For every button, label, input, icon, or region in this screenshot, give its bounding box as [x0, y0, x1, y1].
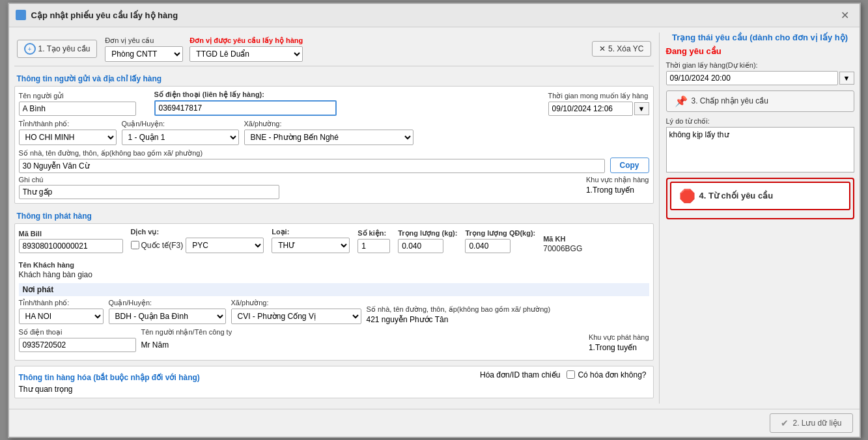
np-xa-select[interactable]: CVI - Phường Cống Vị [231, 309, 361, 324]
don-vi-lay-ho-select[interactable]: TTGD Lê Duẩn [189, 46, 303, 62]
sdt-input[interactable] [154, 100, 337, 116]
noi-phat-row2: Số điện thoại Tên người nhận/Tên công ty… [19, 328, 649, 352]
ma-kh-label: Mã KH [543, 235, 582, 243]
don-vi-yeu-cau-group: Đơn vị yêu cầu Phòng CNTT [105, 36, 183, 62]
ly-do-textarea[interactable]: không kịp lấy thư [666, 127, 854, 172]
quoc-te-label: Quốc tế(F3) [141, 241, 184, 250]
co-hoadon-group: Có hóa đơn không? [567, 370, 646, 379]
quan-label: Quận/Huyện: [122, 120, 239, 128]
np-quan-label: Quận/Huyện: [109, 299, 226, 307]
reject-label: 4. Từ chối yêu cầu [699, 191, 774, 200]
hoadon-row: Hóa đơn/ID tham chiếu Có hóa đơn không? [480, 370, 649, 379]
shipping-section: Thông tin phát hàng Mã Bill Dịch vụ: [14, 209, 654, 361]
main-window: Cập nhật phiếu yêu cầu lấy hộ hàng ✕ + 1… [8, 3, 861, 438]
rp-thoi-gian-input[interactable] [666, 71, 838, 85]
quan-field: Quận/Huyện: 1 - Quận 1 [122, 120, 239, 145]
chap-nhan-button[interactable]: 📌 3. Chấp nhận yêu cầu [666, 90, 854, 112]
sonha-input[interactable] [19, 159, 605, 173]
thoi-gian-field: Thời gian mong muốn lấy hàng ▼ [548, 92, 649, 116]
sonha-label: Số nhà, tên đường, thôn, ấp(không bao gồ… [19, 149, 605, 158]
tinh-label: Tỉnh/thành phố: [19, 120, 117, 128]
sdt-label: Số điện thoại (liên hệ lấy hàng): [154, 90, 543, 99]
save-label: 2. Lưu dữ liệu [792, 419, 841, 428]
left-panel: + 1. Tạo yêu cầu Đơn vị yêu cầu Phòng CN… [14, 33, 654, 404]
hang-hoa-box: Thông tin hàng hóa (bắt buộc nhập đối vớ… [14, 366, 654, 398]
ma-kh-field: Mã KH 70006BGG [543, 235, 582, 253]
khu-vuc-value: 1.Trong tuyến [586, 186, 649, 195]
toolbar-fields: Đơn vị yêu cầu Phòng CNTT Đơn vị được yê… [105, 36, 584, 62]
ma-bill-input[interactable] [19, 239, 123, 253]
ghichu-field: Ghi chú [19, 176, 580, 199]
chap-nhan-icon: 📌 [675, 95, 688, 107]
tinh-select[interactable]: HO CHI MINH [19, 130, 117, 145]
reject-wrapper: 🛑 4. Từ chối yêu cầu [666, 178, 854, 219]
sender-row1: Tên người gửi Số điện thoại (liên hệ lấy… [19, 90, 649, 116]
shipping-section-header: Thông tin phát hàng [14, 209, 654, 223]
ma-kh-value: 70006BGG [543, 244, 582, 253]
loai-select[interactable]: THƯ [272, 238, 350, 253]
co-hoadon-label: Có hóa đơn không? [578, 370, 646, 379]
ten-nguoi-gui-input[interactable] [19, 102, 136, 116]
noi-phat-header: Nơi phát [19, 283, 649, 296]
close-button[interactable]: ✕ [837, 8, 853, 23]
ma-bill-label: Mã Bill [19, 230, 123, 238]
xa-field: Xã/phường: BNE - Phường Bến Nghé [244, 120, 649, 145]
sender-section-header: Thông tin người gửi và địa chỉ lấy hàng [14, 72, 654, 86]
ten-kh-label: Tên Khách hàng [19, 261, 92, 269]
np-ten-nhan-field: Tên người nhận/Tên công ty Mr Năm [141, 328, 232, 352]
sender-section: Thông tin người gửi và địa chỉ lấy hàng … [14, 72, 654, 204]
trong-luong-qd-label: Trọng lượng QĐ(kg): [465, 229, 535, 238]
hang-hoa-field: Thông tin hàng hóa (bắt buộc nhập đối vớ… [19, 370, 474, 394]
ten-kh-value: Khách hàng bàn giao [19, 270, 92, 279]
save-button[interactable]: ✔ 2. Lưu dữ liệu [770, 413, 852, 433]
delete-icon: ✕ [599, 44, 606, 53]
ma-bill-field: Mã Bill [19, 230, 123, 253]
copy-button[interactable]: Copy [610, 158, 649, 173]
don-vi-lay-ho-label: Đơn vị được yêu cầu lấy hộ hàng [189, 36, 303, 45]
loai-field: Loại: THƯ [272, 228, 350, 253]
np-khu-vuc-field: Khu vực phát hàng 1.Trong tuyến [589, 333, 649, 352]
so-kien-input[interactable] [357, 239, 390, 253]
address-row: Số nhà, tên đường, thôn, ấp(không bao gồ… [19, 149, 649, 173]
stop-icon: 🛑 [679, 188, 695, 204]
delete-button[interactable]: ✕ 5. Xóa YC [592, 41, 651, 57]
co-hoadon-checkbox[interactable] [567, 370, 575, 379]
thoi-gian-input[interactable] [548, 102, 633, 116]
ten-kh-field: Tên Khách hàng Khách hàng bàn giao [19, 261, 92, 279]
step1-circle: + [24, 43, 36, 55]
np-sdt-input[interactable] [19, 338, 136, 352]
hoadon-label: Hóa đơn/ID tham chiếu [480, 370, 560, 379]
quoc-te-checkbox[interactable] [131, 241, 139, 249]
rp-thoi-gian-cal-button[interactable]: ▼ [839, 72, 854, 85]
so-kien-label: Số kiện: [357, 229, 390, 238]
sender-row2: Tỉnh/thành phố: HO CHI MINH Quận/Huyện: … [19, 120, 649, 145]
sonha-field: Số nhà, tên đường, thôn, ấp(không bao gồ… [19, 149, 605, 173]
np-quan-select[interactable]: BDH - Quận Ba Đình [109, 309, 226, 324]
loai-label: Loại: [272, 228, 350, 236]
don-vi-yeu-cau-label: Đơn vị yêu cầu [105, 36, 183, 45]
dich-vu-field: Dịch vụ: Quốc tế(F3) PYC [131, 228, 264, 253]
dich-vu-select[interactable]: PYC [186, 238, 264, 253]
np-tinh-select[interactable]: HA NOI [19, 309, 104, 324]
bottom-bar: ✔ 2. Lưu dữ liệu [9, 409, 860, 437]
hang-hoa-header: Thông tin hàng hóa (bắt buộc nhập đối vớ… [19, 370, 474, 385]
xa-select[interactable]: BNE - Phường Bến Nghé [244, 130, 413, 145]
thoi-gian-cal-button[interactable]: ▼ [634, 102, 649, 115]
ghichu-input[interactable] [19, 185, 279, 199]
don-vi-yeu-cau-select[interactable]: Phòng CNTT [105, 46, 183, 62]
np-ten-nhan-value: Mr Năm [141, 338, 232, 352]
trong-luong-input[interactable] [398, 239, 443, 253]
dich-vu-label: Dịch vụ: [131, 228, 264, 236]
quan-select[interactable]: 1 - Quận 1 [122, 130, 239, 145]
ly-do-field: Lý do từ chối: không kịp lấy thư [666, 117, 854, 172]
hang-hoa-row: Thông tin hàng hóa (bắt buộc nhập đối vớ… [19, 370, 649, 394]
trong-luong-qd-input[interactable] [465, 239, 511, 253]
trong-luong-label: Trọng lượng (kg): [398, 229, 457, 238]
ly-do-label: Lý do từ chối: [666, 117, 854, 126]
ten-nguoi-gui-label: Tên người gửi [19, 92, 149, 100]
thoi-gian-input-wrap: ▼ [548, 102, 649, 116]
reject-button[interactable]: 🛑 4. Từ chối yêu cầu [670, 182, 850, 210]
step1-label: 1. Tạo yêu cầu [38, 44, 91, 53]
step1-button[interactable]: + 1. Tạo yêu cầu [17, 40, 98, 58]
trong-luong-field: Trọng lượng (kg): [398, 229, 457, 253]
